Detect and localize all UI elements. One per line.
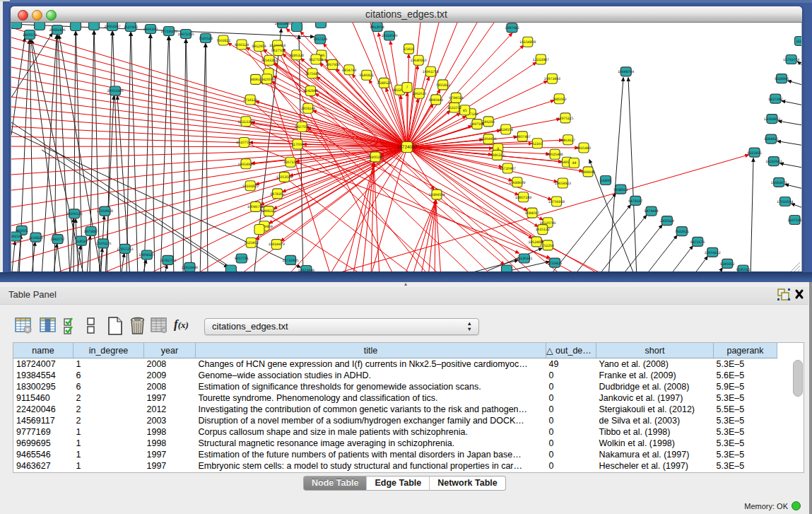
svg-text:6466160: 6466160 [143,28,158,32]
svg-text:114519: 114519 [76,240,88,244]
svg-text:1112: 1112 [796,40,801,44]
svg-text:2867608: 2867608 [325,63,339,67]
svg-text:8813054: 8813054 [370,25,384,30]
svg-text:9227342: 9227342 [768,98,782,102]
svg-text:1733426: 1733426 [548,262,562,266]
svg-text:20053346: 20053346 [107,89,123,93]
svg-text:9329966: 9329966 [775,77,789,81]
svg-text:19384554: 19384554 [428,193,445,197]
svg-text:16648784: 16648784 [618,70,634,74]
svg-text:16210643: 16210643 [765,160,782,164]
svg-text:117004: 117004 [292,143,304,147]
svg-text:10688609: 10688609 [509,181,525,185]
svg-text:17359928: 17359928 [97,209,113,214]
svg-text:16033809: 16033809 [274,23,290,25]
svg-text:16914479: 16914479 [269,243,285,247]
svg-text:13353594: 13353594 [276,175,293,180]
svg-text:9245652: 9245652 [720,262,734,267]
svg-text:98963: 98963 [250,78,261,82]
svg-text:10807487: 10807487 [514,135,531,139]
svg-text:1156829: 1156829 [29,236,43,240]
svg-text:15751074: 15751074 [783,58,799,62]
svg-text:2935114: 2935114 [660,219,674,223]
svg-text:5498222: 5498222 [261,209,276,214]
svg-text:2087682: 2087682 [505,26,519,30]
svg-text:7625402: 7625402 [244,241,258,245]
svg-text:12923448: 12923448 [182,266,198,270]
svg-text:10654112: 10654112 [705,251,721,255]
svg-text:15640910: 15640910 [411,59,427,63]
svg-text:9245012: 9245012 [736,268,750,271]
svg-text:3875685: 3875685 [305,72,319,76]
svg-text:9657791: 9657791 [235,257,249,261]
svg-text:1167533: 1167533 [788,218,801,223]
svg-text:6497568: 6497568 [470,122,484,127]
svg-text:8427552: 8427552 [295,125,309,129]
svg-text:9827508: 9827508 [309,58,323,62]
svg-text:12923448: 12923448 [298,269,314,271]
svg-text:16782759: 16782759 [160,259,176,263]
svg-text:1588520: 1588520 [377,81,391,86]
svg-text:8660124: 8660124 [235,43,249,47]
svg-text:10025488: 10025488 [547,153,563,157]
svg-text:19654925: 19654925 [237,163,254,167]
svg-text:20206526: 20206526 [66,212,83,216]
svg-text:10046798: 10046798 [247,205,264,209]
svg-text:7986322: 7986322 [490,153,504,158]
svg-text:62160: 62160 [532,142,543,146]
svg-text:20691406: 20691406 [49,28,65,33]
svg-text:9474444: 9474444 [644,209,658,214]
svg-text:252254: 252254 [542,244,554,248]
svg-text:15692971: 15692971 [771,181,787,185]
svg-text:12975115: 12975115 [558,117,574,121]
svg-text:1405572: 1405572 [23,33,37,37]
svg-text:3975887: 3975887 [83,230,98,234]
svg-text:12213987: 12213987 [533,58,549,62]
svg-text:2942757: 2942757 [50,238,64,242]
svg-text:10756928: 10756928 [548,200,565,204]
svg-text:2718126: 2718126 [243,98,257,103]
svg-text:2803144: 2803144 [301,107,315,111]
svg-text:9242848: 9242848 [303,89,317,93]
svg-text:6479197: 6479197 [628,199,642,204]
svg-text:16543382: 16543382 [261,59,277,63]
svg-text:17016504: 17016504 [777,200,793,204]
svg-text:23420046: 23420046 [259,78,275,82]
svg-text:16961758: 16961758 [423,70,439,74]
svg-text:18807249: 18807249 [515,196,531,200]
svg-text:9899695: 9899695 [581,170,595,175]
svg-text:1615132: 1615132 [536,228,550,232]
svg-text:9084067: 9084067 [525,211,539,216]
svg-text:19654923: 19654923 [555,182,571,186]
svg-text:20364456: 20364456 [481,137,497,141]
svg-text:12093852: 12093852 [764,117,780,122]
svg-text:7485063: 7485063 [552,98,566,102]
svg-text:12213389: 12213389 [237,120,254,124]
svg-text:1621072: 1621072 [447,106,461,110]
svg-text:7357224: 7357224 [313,37,327,42]
svg-text:1244415: 1244415 [764,137,778,141]
svg-text:3624554: 3624554 [499,128,513,132]
svg-text:9146821: 9146821 [360,74,374,78]
svg-text:9827500: 9827500 [271,49,286,53]
svg-text:19166825: 19166825 [242,185,259,189]
svg-text:8215955: 8215955 [747,151,761,156]
svg-text:15720407: 15720407 [500,167,516,171]
svg-text:1527602: 1527602 [124,25,138,30]
svg-text:45: 45 [463,109,467,113]
svg-text:9463627: 9463627 [561,139,575,143]
svg-text:16107554: 16107554 [236,141,252,145]
svg-text:12505135: 12505135 [95,242,111,246]
svg-text:8878352: 8878352 [270,192,284,197]
svg-text:6794024: 6794024 [449,96,463,100]
svg-text:8454749: 8454749 [342,69,356,73]
svg-text:5938923: 5938923 [613,188,628,192]
svg-text:3267150: 3267150 [283,160,298,165]
svg-text:7515528: 7515528 [199,37,213,41]
svg-text:1362615: 1362615 [412,92,426,96]
svg-text:16154808: 16154808 [519,40,536,45]
svg-text:7955812: 7955812 [436,83,450,88]
svg-text:10653267: 10653267 [104,25,120,29]
svg-text:18724007: 18724007 [397,144,418,150]
svg-text:15136141: 15136141 [516,257,532,261]
